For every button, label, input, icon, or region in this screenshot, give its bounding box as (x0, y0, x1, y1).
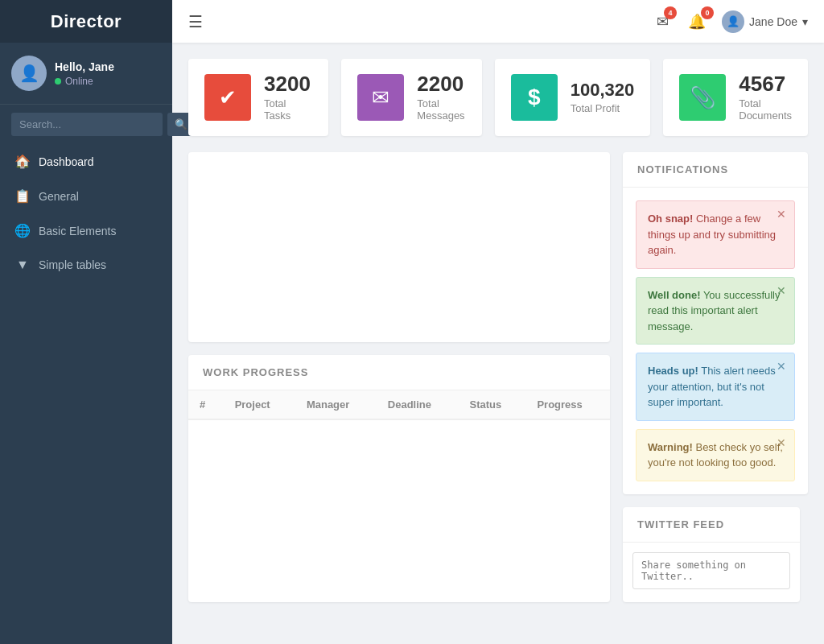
menu-toggle-button[interactable]: ☰ (188, 12, 203, 31)
stat-info-tasks: 3200 TotalTasks (264, 73, 311, 122)
search-input[interactable] (11, 113, 163, 136)
stat-info-messages: 2200 TotalMessages (417, 73, 464, 122)
profit-number: 100,320 (571, 81, 635, 99)
alert-success: ✕ Well done! You successfully read this … (636, 277, 795, 345)
work-progress-panel: WORK PROGRESS # Project Manager Deadline… (188, 355, 610, 602)
dashboard-icon: 🏠 (14, 154, 31, 169)
tasks-label: TotalTasks (264, 97, 311, 122)
stats-row: ✔ 3200 TotalTasks ✉ 2200 TotalMessages $ (188, 59, 808, 136)
topbar-username: Jane Doe (749, 15, 797, 28)
twitter-body (623, 543, 800, 602)
basic-elements-icon: 🌐 (14, 223, 31, 238)
mail-badge: 4 (664, 6, 677, 19)
messages-label: TotalMessages (417, 97, 464, 122)
alert-info-title: Heads up! (648, 365, 698, 377)
alert-danger: ✕ Oh snap! Change a few things up and tr… (636, 200, 795, 269)
general-icon: 📋 (14, 188, 31, 204)
stat-card-profit: $ 100,320 Total Profit (495, 59, 651, 136)
notifications-panel: NOTIFICATIONS ✕ Oh snap! Change a few th… (623, 152, 808, 494)
twitter-panel: TWITTER FEED (623, 507, 800, 602)
simple-tables-icon: ▼ (14, 258, 31, 272)
documents-icon-box: 📎 (679, 74, 726, 121)
sidebar-item-dashboard[interactable]: 🏠 Dashboard (0, 144, 172, 179)
documents-icon: 📎 (690, 85, 715, 110)
alert-danger-close[interactable]: ✕ (777, 208, 786, 221)
bottom-section: WORK PROGRESS # Project Manager Deadline… (188, 152, 808, 602)
documents-label: TotalDocuments (739, 97, 792, 122)
topbar-avatar: 👤 (722, 10, 744, 33)
status-label: Online (65, 76, 93, 87)
messages-icon-box: ✉ (357, 74, 404, 121)
col-status: Status (459, 390, 526, 419)
user-name: Hello, Jane (55, 60, 114, 73)
notifications-body: ✕ Oh snap! Change a few things up and tr… (623, 188, 808, 494)
notification-button[interactable]: 🔔 0 (685, 10, 709, 34)
status-dot (55, 78, 61, 85)
alert-warning: ✕ Warning! Best check yo self, you're no… (636, 429, 795, 481)
alert-success-close[interactable]: ✕ (777, 284, 786, 297)
alert-info-close[interactable]: ✕ (777, 360, 786, 373)
notifications-header: NOTIFICATIONS (623, 152, 808, 188)
sidebar-item-label: Basic Elements (39, 225, 116, 237)
sidebar-nav: 🏠 Dashboard 📋 General 🌐 Basic Elements ▼… (0, 144, 172, 282)
notif-badge: 0 (701, 6, 714, 19)
sidebar-item-label: Simple tables (39, 258, 106, 271)
stat-card-messages: ✉ 2200 TotalMessages (341, 59, 481, 136)
left-bottom: WORK PROGRESS # Project Manager Deadline… (188, 152, 610, 602)
work-progress-table: # Project Manager Deadline Status Progre… (188, 390, 610, 420)
topbar-right: ✉ 4 🔔 0 👤 Jane Doe ▾ (653, 10, 808, 34)
work-progress-header: WORK PROGRESS (188, 355, 610, 390)
col-number: # (188, 390, 224, 419)
twitter-header: TWITTER FEED (623, 507, 800, 543)
user-status: Online (55, 76, 114, 87)
col-manager: Manager (295, 390, 377, 419)
topbar: ☰ ✉ 4 🔔 0 👤 Jane Doe ▾ (172, 0, 824, 43)
alert-warning-title: Warning! (648, 441, 693, 453)
col-project: Project (224, 390, 295, 419)
avatar: 👤 (11, 56, 47, 91)
chart-area (188, 152, 610, 342)
stat-card-documents: 📎 4567 TotalDocuments (663, 59, 808, 136)
profit-icon: $ (528, 85, 541, 110)
main-content: ☰ ✉ 4 🔔 0 👤 Jane Doe ▾ ✔ (172, 0, 824, 644)
sidebar-title: Director (51, 11, 122, 32)
alert-info: ✕ Heads up! This alert needs your attent… (636, 353, 795, 421)
profit-label: Total Profit (571, 102, 635, 114)
content-area: ✔ 3200 TotalTasks ✉ 2200 TotalMessages $ (172, 43, 824, 644)
tasks-icon: ✔ (219, 85, 237, 110)
sidebar: Director 👤 Hello, Jane Online 🔍 🏠 Dashbo… (0, 0, 172, 644)
tasks-icon-box: ✔ (204, 74, 251, 121)
messages-number: 2200 (417, 73, 464, 94)
table-header-row: # Project Manager Deadline Status Progre… (188, 390, 610, 419)
stat-info-profit: 100,320 Total Profit (571, 81, 635, 114)
sidebar-item-label: General (39, 190, 79, 203)
profit-icon-box: $ (511, 74, 558, 121)
alert-success-title: Well done! (648, 289, 700, 301)
right-column: NOTIFICATIONS ✕ Oh snap! Change a few th… (623, 152, 808, 602)
sidebar-item-general[interactable]: 📋 General (0, 179, 172, 213)
mail-button[interactable]: ✉ 4 (653, 10, 672, 34)
work-progress-body: # Project Manager Deadline Status Progre… (188, 390, 610, 420)
user-panel: 👤 Hello, Jane Online (0, 43, 172, 105)
sidebar-item-basic-elements[interactable]: 🌐 Basic Elements (0, 213, 172, 248)
col-deadline: Deadline (377, 390, 459, 419)
user-dropdown-button[interactable]: 👤 Jane Doe ▾ (722, 10, 808, 33)
sidebar-item-label: Dashboard (39, 155, 94, 168)
twitter-input[interactable] (632, 552, 790, 589)
search-container: 🔍 (0, 105, 172, 144)
alert-danger-title: Oh snap! (648, 213, 693, 225)
alert-warning-close[interactable]: ✕ (777, 436, 786, 449)
tasks-number: 3200 (264, 73, 311, 94)
dropdown-arrow-icon: ▾ (802, 15, 808, 28)
sidebar-item-simple-tables[interactable]: ▼ Simple tables (0, 248, 172, 282)
stat-card-tasks: ✔ 3200 TotalTasks (188, 59, 328, 136)
documents-number: 4567 (739, 73, 792, 94)
stat-info-documents: 4567 TotalDocuments (739, 73, 792, 122)
sidebar-header: Director (0, 0, 172, 43)
col-progress: Progress (525, 390, 610, 419)
messages-icon: ✉ (372, 85, 389, 110)
user-info: Hello, Jane Online (55, 60, 114, 87)
